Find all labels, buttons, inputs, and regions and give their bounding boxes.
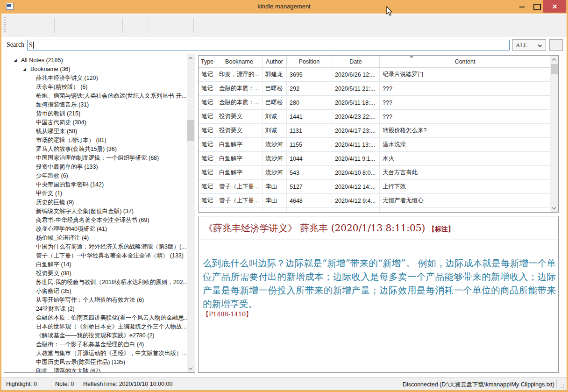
tree-item-book[interactable]: 钱从哪里来 (58) (4, 127, 187, 136)
cell-author: 刘诚 (263, 110, 287, 123)
cell-bookname: 白鱼解字 (216, 152, 263, 165)
tree-item-book[interactable]: 中国古代简史 (304) (4, 118, 187, 127)
tree-item-book[interactable]: 薛兆丰经济学讲义 (120) (4, 74, 187, 83)
tree-item-book[interactable]: 中国历史风云录(陈舜臣作品) (135) (4, 358, 187, 367)
tree-item-book[interactable]: 新编说文解字大全集(超值白金版) (37) (4, 207, 187, 216)
cell-content: 管仲思想 (380, 208, 550, 212)
table-header[interactable]: TypeBooknameAuthorPositionDateContent (199, 56, 550, 68)
tree-expander-icon[interactable]: ◢ (23, 65, 26, 74)
tree-item-book[interactable]: 杨伯峻_论语译注 (4) (4, 234, 187, 242)
table-row[interactable]: 笔记金融的本质：...巴曙松2802020/5/11 18:...??? (199, 96, 550, 110)
cell-author: 巴曙松 (263, 96, 287, 109)
tree-scrollbar[interactable] (187, 54, 195, 372)
tree-item-book[interactable]: 甲骨文 (1) (4, 189, 187, 198)
detail-body: 么到底什么叫边际？边际就是“新增”带来的“新增”。 例如，边际成本就是每新增一个… (203, 257, 556, 318)
tree-item-book[interactable]: 罗马人的故事(套装共15册) (36) (4, 145, 187, 154)
table-row[interactable]: 笔记投资要义刘诚11312020/4/17 23:...转股价格怎么来? (199, 124, 550, 138)
search-button[interactable] (549, 39, 563, 51)
cell-bookname: 管子（上下册... (216, 194, 263, 207)
table-row[interactable]: 笔记白鱼解字流沙河5432020/4/10 8:0...天台方言有此 (199, 166, 550, 180)
search-row: Search S ALL (1, 39, 567, 52)
titlebar[interactable]: kindle management ✕ (0, 0, 568, 14)
column-header-bookname[interactable]: Bookname (216, 56, 263, 67)
tree-item-book[interactable]: 小窗幽记 (35) (4, 287, 187, 296)
filter-dropdown-value: ALL (516, 42, 527, 49)
resize-grip[interactable] (559, 383, 565, 388)
tree-item-book[interactable]: 金融的本质：伯南克四讲美联储(看一个风云人物的金融思... (4, 314, 187, 322)
cell-content: 上行下效 (380, 180, 550, 193)
tree-item-all-notes[interactable]: ◢ All Notes (2185) (4, 56, 187, 65)
tree-item-book[interactable]: 金融街：一个影子私募基金经理的自白 (4) (4, 340, 187, 349)
toolbar-separator (193, 18, 194, 33)
cell-date: 2020/5/11 18:... (332, 96, 380, 109)
tree-item-book[interactable]: 24堂财富课 (2) (4, 305, 187, 314)
scroll-down-icon[interactable] (550, 204, 558, 212)
cell-author: 流沙河 (263, 152, 287, 165)
tree-item-book[interactable]: 改变心理学的40项研究 (41) (4, 225, 187, 234)
minimize-button[interactable] (515, 0, 529, 13)
cell-bookname: 印度，漂浮的... (216, 68, 263, 81)
tree-item-book[interactable]: 庆余年(精校版） (6) (4, 83, 187, 92)
tree-item-book[interactable]: 白鱼解字 (14) (4, 260, 187, 269)
tree-item-book[interactable]: 少年凯歌 (6) (4, 171, 187, 180)
table-row[interactable]: 笔记白鱼解字流沙河10442020/4/11 9:1...水火 (199, 152, 550, 166)
detail-page-ref: 【P1408-1410】 (203, 311, 556, 318)
search-input[interactable]: S (27, 40, 510, 50)
tree-item-book[interactable]: 如何假装懂音乐 (31) (4, 100, 187, 109)
tree-item-book[interactable]: 历史的巨镜 (9) (4, 198, 187, 207)
tree-item-book[interactable]: 《解读基金——我的投资观和实践》e2780 (2) (4, 331, 187, 340)
table-row[interactable]: 笔记管子（上下册...李山51272020/4/12 14:...上行下效 (199, 180, 550, 194)
table-scrollbar-thumb[interactable] (551, 64, 558, 74)
column-header-position[interactable]: Position (287, 56, 332, 67)
cell-date: 2020/4/11 13:... (332, 138, 380, 151)
scroll-up-icon[interactable] (550, 56, 558, 64)
text-caret (33, 42, 34, 49)
cell-content: 无恒产者无恒心 (380, 194, 550, 207)
search-input-value: S (29, 42, 33, 49)
column-header-type[interactable]: Type (199, 56, 216, 67)
scroll-down-icon[interactable] (187, 364, 195, 372)
tree-item-book[interactable]: 商君书-中华经典名著全本全注全译丛书 (69) (4, 216, 187, 225)
tree-item-book[interactable]: 印度，漂浮的次大陆 (67) (4, 367, 187, 373)
detail-divider (199, 240, 558, 240)
maximize-button[interactable] (529, 0, 543, 13)
column-header-author[interactable]: Author (263, 56, 287, 67)
tree-item-book[interactable]: 投资要义 (88) (4, 269, 187, 278)
tree-item-book[interactable]: 枪炮、病菌与钢铁:人类社会的命运(世纪人文系列丛书·开... (4, 92, 187, 100)
tree-item-book[interactable]: 市场的逻辑（增订本） (81) (4, 136, 187, 145)
cell-position: 4648 (287, 194, 332, 207)
cell-type: 笔记 (199, 194, 216, 207)
scroll-up-icon[interactable] (187, 54, 195, 62)
tree-item-book[interactable]: 从零开始学写作：个人增值的有效方法 (6) (4, 296, 187, 305)
cell-content: 温水洗澡 (380, 138, 550, 151)
tree-item-book[interactable]: 大教堂与集市（开源运动的《圣经》，中文版首次出版）... (4, 349, 187, 358)
tree-item-book[interactable]: 苏世民:我的经验与教训（2018读桥水达利欧的原则，202... (4, 278, 187, 287)
table-row[interactable]: 笔记管子（上下册...李山46482020/4/12 9:4...无恒产者无恒心 (199, 194, 550, 208)
tree-item-book[interactable]: 货币的教训 (215) (4, 109, 187, 118)
close-button[interactable]: ✕ (543, 0, 566, 13)
table-row[interactable]: 笔记印度，漂浮的...郭建龙36952020/6/26 12:...纪录片说婆罗… (199, 68, 550, 82)
tree-expander-icon[interactable]: ◢ (14, 56, 17, 65)
column-header-date[interactable]: Date (332, 56, 380, 67)
cell-author: 李山 (263, 194, 287, 207)
table-scrollbar[interactable] (550, 56, 558, 212)
table-row[interactable]: 笔记金融的本质：...巴曙松2922020/5/11 21:...??? (199, 82, 550, 96)
tree-item-book[interactable]: 中国国家治理的制度逻辑：一个组织学研究 (68) (4, 154, 187, 163)
table-body: 笔记印度，漂浮的...郭建龙36952020/6/26 12:...纪录片说婆罗… (199, 68, 550, 212)
tree-item-book[interactable]: 中国为什么有前途：对外经济关系的战略潜能（第3版）(... (4, 242, 187, 251)
toolbar (1, 14, 567, 36)
tree-item-book[interactable]: 日本的世界观（《剑桥日本史》主编凝练之作三个人物故... (4, 322, 187, 331)
table-row[interactable]: 笔记管子（上下册...李山45772020/4/12 9:4...管仲思想 (199, 208, 550, 212)
tree-item-book[interactable]: 中央帝国的哲学密码 (142) (4, 180, 187, 189)
table-row[interactable]: 笔记白鱼解字流沙河11552020/4/11 13:...温水洗澡 (199, 138, 550, 152)
cell-content: 天台方言有此 (380, 166, 550, 179)
tree-scrollbar-thumb[interactable] (187, 120, 194, 141)
toolbar-gripper[interactable] (4, 17, 6, 33)
cell-type: 笔记 (199, 124, 216, 137)
table-row[interactable]: 笔记投资要义刘诚14412020/4/23 22:...??? (199, 110, 550, 124)
column-header-content[interactable]: Content (380, 56, 550, 67)
filter-dropdown[interactable]: ALL (512, 39, 546, 51)
tree-item-bookname[interactable]: ◢ Bookname (36) (4, 65, 187, 74)
tree-item-book[interactable]: 投资中最简单的事 (133) (4, 163, 187, 171)
tree-item-book[interactable]: 管子（上下册）--中华经典名著全本全注全译（精） (133) (4, 251, 187, 260)
